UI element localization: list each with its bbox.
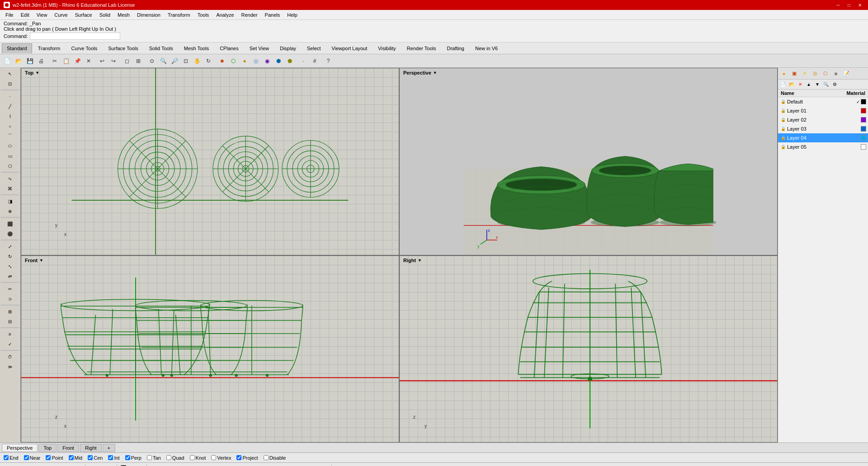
layer-04[interactable]: 🔒 Layer 04 xyxy=(778,133,868,142)
tool-select-arrow[interactable]: ↖ xyxy=(1,69,19,78)
tool-cplane[interactable]: ⊟ xyxy=(1,317,19,326)
tool-circle[interactable]: ○ xyxy=(1,122,19,131)
tool-ellipse[interactable]: ⬭ xyxy=(1,141,19,151)
tool-polyline[interactable]: ⌇ xyxy=(1,112,19,121)
tool-freeform[interactable]: ∿ xyxy=(1,174,19,183)
tab-cplanes[interactable]: CPlanes xyxy=(215,43,244,53)
layer-up-icon[interactable]: ▲ xyxy=(805,80,813,89)
layer-new-sub-icon[interactable]: 📂 xyxy=(788,80,796,89)
tool-layer[interactable]: ≡ xyxy=(1,329,19,339)
tab-display[interactable]: Display xyxy=(275,43,301,53)
layer-down-icon[interactable]: ▼ xyxy=(813,80,821,89)
panel-notes-icon[interactable]: 📝 xyxy=(841,69,851,78)
tab-right[interactable]: Right xyxy=(80,444,102,452)
layer-05[interactable]: 🔒 Layer 05 xyxy=(778,142,868,151)
osnap-vertex[interactable]: Vertex xyxy=(211,455,231,461)
print-icon[interactable]: 🖨 xyxy=(36,56,47,66)
rendered-icon[interactable]: ● xyxy=(239,56,250,66)
help-icon[interactable]: ? xyxy=(323,56,334,66)
menu-solid[interactable]: Solid xyxy=(96,11,114,19)
panel-properties-icon[interactable]: ▣ xyxy=(789,69,799,78)
layer-03-color[interactable] xyxy=(861,126,866,132)
tool-rectangle[interactable]: ▭ xyxy=(1,151,19,160)
osnap-disable[interactable]: Disable xyxy=(264,455,286,461)
tool-extrude[interactable]: ⊕ xyxy=(1,207,19,216)
layer-02-color[interactable] xyxy=(861,117,866,122)
select-icon[interactable]: ◻ xyxy=(122,56,132,66)
layer-default[interactable]: 🔒 Default ✓ xyxy=(778,97,868,106)
menu-panels[interactable]: Panels xyxy=(261,11,284,19)
tab-front[interactable]: Front xyxy=(57,444,79,452)
tool-line[interactable]: ╱ xyxy=(1,102,19,111)
osnap-tan[interactable]: Tan xyxy=(147,455,161,461)
delete-icon[interactable]: ✕ xyxy=(83,56,94,66)
open-icon[interactable]: 📂 xyxy=(13,56,24,66)
viewport-right-dropdown[interactable]: ▼ xyxy=(418,258,422,263)
tab-perspective[interactable]: Perspective xyxy=(2,444,38,452)
tool-trim[interactable]: ✂ xyxy=(1,284,19,293)
tool-mirror[interactable]: ⇌ xyxy=(1,272,19,281)
layer-02[interactable]: 🔒 Layer 02 xyxy=(778,115,868,124)
layer-new-icon[interactable]: 📄 xyxy=(779,80,787,89)
osnap-point[interactable]: Point xyxy=(46,455,63,461)
tab-viewport-layout[interactable]: Viewport Layout xyxy=(327,43,373,53)
osnap-mid[interactable]: Mid xyxy=(69,455,83,461)
menu-help[interactable]: Help xyxy=(283,11,301,19)
menu-edit[interactable]: Edit xyxy=(17,11,33,19)
tool-curve-from-objects[interactable]: ⌘ xyxy=(1,184,19,193)
viewport-perspective[interactable]: z x y xyxy=(399,68,778,255)
osnap-int[interactable]: Int xyxy=(108,455,119,461)
layer-filter-icon[interactable]: 🔍 xyxy=(822,80,830,89)
panel-layers-icon[interactable]: ≡ xyxy=(831,69,841,78)
tab-transform[interactable]: Transform xyxy=(33,43,66,53)
wireframe-icon[interactable]: ⬡ xyxy=(228,56,239,66)
command-input[interactable] xyxy=(30,33,120,40)
zoom-extent-icon[interactable]: ⊙ xyxy=(146,56,157,66)
viewport-front[interactable]: Front ▼ z x xyxy=(21,255,399,443)
tab-curve-tools[interactable]: Curve Tools xyxy=(66,43,102,53)
undo-icon[interactable]: ↩ xyxy=(97,56,108,66)
layer-04-color[interactable] xyxy=(861,135,866,141)
menu-transform[interactable]: Transform xyxy=(164,11,194,19)
tab-standard[interactable]: Standard xyxy=(2,43,32,53)
layer-default-color[interactable] xyxy=(861,99,866,104)
tool-check[interactable]: ✓ xyxy=(1,339,19,348)
close-button[interactable]: ✕ xyxy=(855,1,864,9)
layer-03[interactable]: 🔒 Layer 03 xyxy=(778,124,868,133)
tool-history[interactable]: ⏱ xyxy=(1,352,19,361)
zoom-in-icon[interactable]: 🔍 xyxy=(158,56,169,66)
layer-settings-icon[interactable]: ⚙ xyxy=(830,80,839,89)
tab-surface-tools[interactable]: Surface Tools xyxy=(103,43,143,53)
tool-script[interactable]: ≫ xyxy=(1,362,19,371)
viewport-right[interactable]: Right ▼ z y xyxy=(399,255,778,443)
shaded-icon[interactable]: ■ xyxy=(217,56,227,66)
tool-select-region[interactable]: ⊡ xyxy=(1,79,19,88)
tab-solid-tools[interactable]: Solid Tools xyxy=(144,43,178,53)
tool-rotate[interactable]: ↻ xyxy=(1,252,19,261)
tool-gumball[interactable]: ⊞ xyxy=(1,307,19,316)
window-controls[interactable]: ─ □ ✕ xyxy=(834,1,864,9)
osnap-knot[interactable]: Knot xyxy=(190,455,206,461)
menu-surface[interactable]: Surface xyxy=(71,11,96,19)
tab-new-in-v6[interactable]: New in V6 xyxy=(470,43,503,53)
osnap-cen[interactable]: Cen xyxy=(88,455,103,461)
tab-set-view[interactable]: Set View xyxy=(245,43,274,53)
tool-surface[interactable]: ◨ xyxy=(1,197,19,206)
panel-textures-icon[interactable]: ⬡ xyxy=(821,69,830,78)
osnap-near[interactable]: Near xyxy=(24,455,41,461)
tab-visibility[interactable]: Visibility xyxy=(373,43,401,53)
tool-point[interactable]: · xyxy=(1,92,19,101)
viewport-top[interactable]: Top ▼ y x xyxy=(21,68,399,255)
minimize-button[interactable]: ─ xyxy=(834,1,843,9)
tab-top[interactable]: Top xyxy=(38,444,57,452)
tab-add[interactable]: + xyxy=(103,444,115,452)
redo-icon[interactable]: ↪ xyxy=(108,56,119,66)
grid-icon[interactable]: # xyxy=(309,56,320,66)
menu-view[interactable]: View xyxy=(33,11,51,19)
menu-dimension[interactable]: Dimension xyxy=(133,11,164,19)
viewport-top-dropdown[interactable]: ▼ xyxy=(35,71,39,75)
layer-05-color[interactable] xyxy=(861,144,866,150)
cut-icon[interactable]: ✂ xyxy=(49,56,60,66)
tool-join[interactable]: ⊃ xyxy=(1,294,19,303)
tool-scale[interactable]: ⤡ xyxy=(1,262,19,271)
